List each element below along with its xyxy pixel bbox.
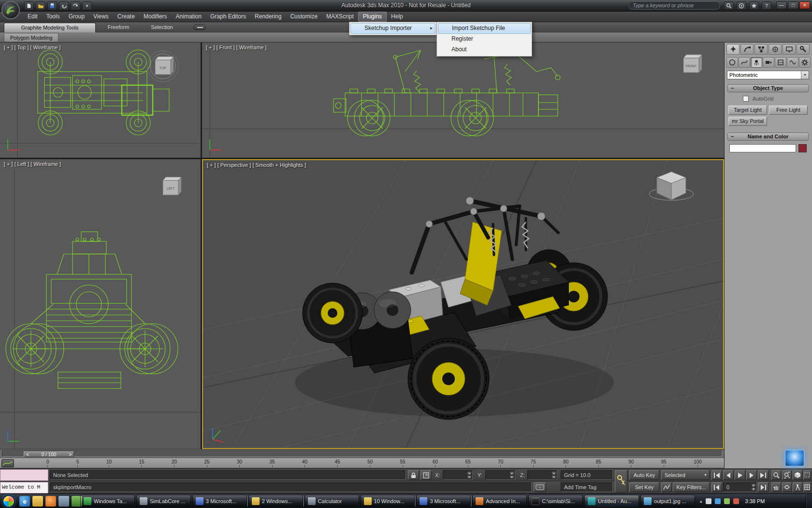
menu-item-maxscript[interactable]: MAXScript (322, 12, 358, 22)
application-menu-logo-icon[interactable] (1, 1, 20, 19)
chevron-down-icon[interactable]: ▼ (801, 71, 809, 79)
viewport-perspective-label[interactable]: [ + ] [ Perspective ] [ Smooth + Highlig… (207, 162, 306, 168)
close-button[interactable]: ✕ (799, 1, 810, 9)
communication-center-icon[interactable] (737, 1, 746, 10)
utilities-tab-icon[interactable] (797, 44, 810, 55)
key-filters-button[interactable]: Key Filters... (673, 482, 710, 492)
z-coordinate-input[interactable] (527, 470, 557, 480)
viewport-front-label[interactable]: [ + ] [ Front ] [ Wireframe ] (206, 45, 267, 50)
spinner-down-icon[interactable] (467, 475, 472, 479)
default-tangent-icon[interactable] (661, 482, 672, 492)
menu-item-help[interactable]: Help (387, 12, 407, 22)
macro-recorder-pane[interactable] (0, 469, 48, 481)
viewport-front[interactable]: [ + ] [ Front ] [ Wireframe ] FRONT (202, 43, 724, 158)
absolute-mode-icon[interactable] (420, 470, 432, 480)
menu-item-sketchup-importer[interactable]: Sketchup Importer ▸ (350, 23, 435, 34)
pan-hand-icon[interactable] (771, 482, 781, 492)
maximize-button[interactable]: □ (788, 1, 798, 9)
orbit-icon[interactable] (782, 482, 792, 492)
show-desktop-button[interactable] (806, 494, 812, 508)
viewport-top[interactable]: [ + ] [ Top ] [ Wireframe ] TOP (0, 43, 201, 158)
ribbon-tab-freeform[interactable]: Freeform (98, 23, 139, 32)
taskbar-button-taskmgr[interactable]: Windows Ta... (80, 495, 135, 507)
next-frame-arrow[interactable]: > (69, 452, 72, 457)
geometry-icon[interactable] (726, 57, 738, 68)
search-icon[interactable] (724, 1, 734, 10)
go-to-end-button[interactable] (758, 470, 768, 480)
space-warps-icon[interactable] (787, 57, 798, 68)
menu-item-animation[interactable]: Animation (172, 12, 206, 22)
taskbar-button-simlab[interactable]: SimLabCore ... (136, 495, 191, 507)
menu-item-customize[interactable]: Customize (286, 12, 322, 22)
volume-icon[interactable] (724, 498, 730, 504)
next-key-button[interactable] (758, 482, 768, 492)
viewcube-perspective[interactable] (645, 165, 698, 210)
viewcube-left[interactable]: LEFT (156, 173, 187, 204)
help-icon[interactable]: ? (762, 1, 771, 10)
tray-expand-icon[interactable]: ▴ (700, 499, 702, 504)
taskbar-button-windows-group[interactable]: 2 Windows... (248, 495, 303, 507)
maximize-viewport-toggle-icon[interactable] (803, 482, 811, 492)
object-name-input[interactable] (729, 144, 796, 152)
menu-item-views[interactable]: Views (89, 12, 113, 22)
spinner-up-icon[interactable] (467, 471, 472, 475)
menu-item-about[interactable]: About (438, 45, 531, 55)
taskbar-button-microsoft-group2[interactable]: 3 Microsoft... (416, 495, 471, 507)
menu-item-register[interactable]: Register (438, 34, 531, 45)
display-tab-icon[interactable] (783, 44, 796, 55)
track-bar[interactable]: 0510 152025 303540 455055 606570 758085 … (0, 458, 724, 468)
minimize-button[interactable]: — (776, 1, 787, 9)
taskbar-button-3dsmax[interactable]: Untitled - Au... (584, 495, 639, 507)
taskbar-button-calculator[interactable]: Calculator (304, 495, 359, 507)
viewport-left[interactable]: [ + ] [ Left ] [ Wireframe ] LEFT (0, 159, 201, 449)
key-mode-toggle-icon[interactable] (615, 470, 627, 493)
previous-frame-button[interactable] (723, 470, 734, 480)
viewport-perspective[interactable]: [ + ] [ Perspective ] [ Smooth + Highlig… (202, 159, 724, 449)
taskbar-button-cmd[interactable]: C:\simlab\Si... (528, 495, 583, 507)
add-time-tag[interactable]: Add Time Tag (561, 482, 613, 492)
ribbon-minimize-button[interactable] (193, 25, 206, 30)
modify-tab-icon[interactable] (740, 44, 754, 55)
viewcube-top[interactable]: TOP (145, 49, 181, 85)
go-to-start-button[interactable] (711, 470, 722, 480)
menu-item-rendering[interactable]: Rendering (250, 12, 286, 22)
walk-through-icon[interactable] (793, 482, 802, 492)
object-color-swatch[interactable] (798, 144, 807, 152)
ribbon-panel-polygon-modeling[interactable]: Polygon Modeling (4, 33, 58, 42)
tray-app-icon[interactable] (706, 498, 711, 504)
internet-explorer-icon[interactable]: e (19, 496, 30, 507)
taskbar-button-installer[interactable]: Advanced In... (472, 495, 527, 507)
prev-frame-arrow[interactable]: < (26, 452, 29, 457)
zoom-all-icon[interactable] (782, 470, 792, 480)
infocenter-search-input[interactable]: Type a keyword or phrase (628, 1, 720, 10)
spinner-down-icon[interactable] (509, 475, 514, 479)
notification-icon[interactable] (733, 498, 739, 504)
favorites-star-icon[interactable] (749, 1, 759, 10)
menu-item-modifiers[interactable]: Modifiers (139, 12, 172, 22)
auto-key-button[interactable]: Auto Key (629, 470, 659, 480)
email-icon[interactable] (58, 496, 69, 507)
spinner-up-icon[interactable] (751, 483, 756, 487)
spinner-down-icon[interactable] (751, 487, 756, 491)
next-frame-button[interactable] (746, 470, 757, 480)
zoom-icon[interactable] (771, 470, 781, 480)
taskbar-button-windows-group2[interactable]: 10 Window... (361, 495, 415, 507)
keyboard-shortcut-override-icon[interactable] (534, 482, 546, 492)
zoom-region-icon[interactable] (803, 470, 811, 480)
systems-icon[interactable] (799, 57, 811, 68)
ribbon-tab-graphite-modeling-tools[interactable]: Graphite Modeling Tools (4, 23, 96, 32)
selection-lock-icon[interactable] (408, 470, 419, 480)
spinner-up-icon[interactable] (551, 471, 556, 475)
menu-item-plugins[interactable]: Plugins (358, 12, 387, 22)
zoom-extents-icon[interactable] (793, 470, 802, 480)
steering-wheels-icon[interactable] (785, 450, 804, 466)
taskbar-clock[interactable]: 3:38 PM (742, 498, 765, 504)
key-mode-dropdown[interactable]: Selected ▼ (661, 470, 710, 480)
cameras-icon[interactable] (763, 57, 774, 68)
checkbox-icon[interactable] (743, 96, 749, 102)
mr-sky-portal-button[interactable]: mr Sky Portal (728, 117, 767, 126)
ribbon-tab-selection[interactable]: Selection (141, 23, 183, 32)
lights-icon[interactable] (751, 57, 762, 68)
y-coordinate-input[interactable] (485, 470, 515, 480)
motion-tab-icon[interactable] (768, 44, 782, 55)
